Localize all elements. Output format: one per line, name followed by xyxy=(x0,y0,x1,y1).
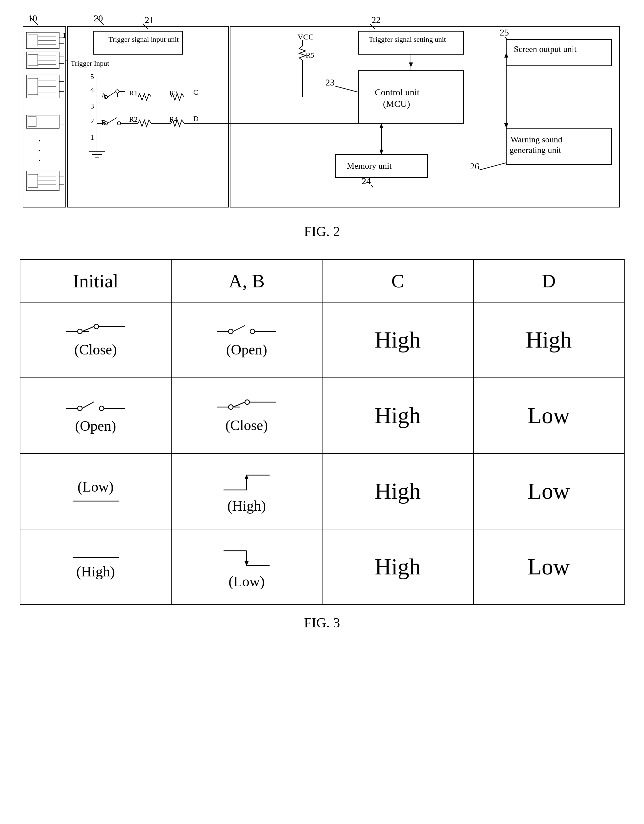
cell-c-3: High xyxy=(322,454,473,529)
data-table: Initial A, B C D xyxy=(20,259,625,605)
svg-text:2: 2 xyxy=(91,117,94,125)
svg-line-101 xyxy=(335,86,358,92)
svg-line-65 xyxy=(108,118,117,123)
cell-d-3: Low xyxy=(473,454,625,529)
svg-point-152 xyxy=(245,400,249,404)
svg-marker-128 xyxy=(504,123,508,128)
label-high-ab: (High) xyxy=(227,498,266,514)
svg-rect-35 xyxy=(28,174,38,188)
fig2-title: FIG. 2 xyxy=(20,224,624,239)
high-signal-svg xyxy=(69,554,122,561)
svg-text:23: 23 xyxy=(326,77,335,88)
svg-text:3: 3 xyxy=(91,102,94,110)
svg-marker-126 xyxy=(504,52,508,58)
table-row: (High) (Low) xyxy=(20,529,624,605)
cell-initial-3: (Low) xyxy=(20,454,171,529)
fig3-section: Initial A, B C D xyxy=(20,259,624,631)
cell-d-1: High xyxy=(473,302,625,378)
header-initial: Initial xyxy=(20,260,171,302)
svg-marker-112 xyxy=(380,150,383,155)
cell-initial-4: (High) xyxy=(20,529,171,605)
svg-text:VCC: VCC xyxy=(298,32,314,41)
svg-text:R1: R1 xyxy=(129,89,138,97)
svg-line-110 xyxy=(371,185,373,188)
svg-rect-14 xyxy=(28,55,38,66)
svg-marker-95 xyxy=(409,63,413,68)
value-c-2: High xyxy=(375,403,421,428)
label-open-initial: (Open) xyxy=(75,418,116,434)
svg-text:Trigger Input: Trigger Input xyxy=(71,59,109,68)
svg-text:C: C xyxy=(193,88,198,96)
svg-rect-25 xyxy=(26,115,59,128)
svg-point-149 xyxy=(229,405,233,409)
table-row: (Open) (Close) xyxy=(20,378,624,454)
svg-line-151 xyxy=(233,402,245,407)
svg-point-139 xyxy=(229,329,233,334)
svg-rect-7 xyxy=(28,35,38,46)
svg-text:Triggfer signal setting unit: Triggfer signal setting unit xyxy=(369,35,446,43)
svg-point-136 xyxy=(94,324,98,329)
svg-rect-28 xyxy=(28,117,36,127)
svg-text:22: 22 xyxy=(372,15,381,25)
switch-open-ab-svg xyxy=(214,322,280,339)
cell-c-2: High xyxy=(322,378,473,454)
cell-d-4: Low xyxy=(473,529,625,605)
svg-text:25: 25 xyxy=(500,27,509,37)
svg-point-141 xyxy=(250,329,255,334)
svg-point-56 xyxy=(116,90,119,93)
label-close-initial: (Close) xyxy=(74,341,117,358)
fig3-title: FIG. 3 xyxy=(20,615,624,631)
svg-text:24: 24 xyxy=(361,176,371,186)
svg-line-122 xyxy=(479,163,506,170)
svg-rect-21 xyxy=(28,78,38,95)
value-d-1: High xyxy=(526,327,572,352)
cell-d-2: Low xyxy=(473,378,625,454)
svg-text:B: B xyxy=(101,118,106,127)
table-row: (Low) xyxy=(20,454,624,529)
svg-text:Warning sound: Warning sound xyxy=(510,135,563,145)
svg-marker-113 xyxy=(380,123,383,128)
svg-text:generating unit: generating unit xyxy=(510,145,561,155)
switch-close-ab-svg xyxy=(214,398,280,414)
label-low-initial: (Low) xyxy=(78,478,114,495)
circuit-diagram-svg: 1 xyxy=(20,13,625,214)
value-c-1: High xyxy=(375,327,421,352)
value-c-4: High xyxy=(375,554,421,580)
value-c-3: High xyxy=(375,478,421,504)
svg-text:Trigger signal input unit: Trigger signal input unit xyxy=(109,35,179,43)
falling-edge-svg xyxy=(220,544,273,570)
cell-ab-2: (Close) xyxy=(171,378,323,454)
svg-text:Control unit: Control unit xyxy=(375,87,420,97)
svg-line-55 xyxy=(108,92,115,97)
switch-open-initial-svg xyxy=(63,397,129,415)
switch-close-initial-svg xyxy=(63,322,129,339)
svg-point-133 xyxy=(78,329,82,334)
cell-initial-2: (Open) xyxy=(20,378,171,454)
table-row: (Close) (Open) xyxy=(20,302,624,378)
svg-line-140 xyxy=(233,326,245,331)
header-d: D xyxy=(473,260,625,302)
cell-c-1: High xyxy=(322,302,473,378)
header-ab: A, B xyxy=(171,260,323,302)
cell-ab-1: (Open) xyxy=(171,302,323,378)
svg-text:1: 1 xyxy=(63,31,66,40)
low-signal-svg xyxy=(69,498,122,504)
svg-text:·: · xyxy=(38,154,41,167)
cell-c-4: High xyxy=(322,529,473,605)
svg-line-145 xyxy=(82,402,94,408)
svg-text:4: 4 xyxy=(91,86,94,94)
header-c: C xyxy=(322,260,473,302)
svg-text:(MCU): (MCU) xyxy=(383,98,410,109)
cell-initial-1: (Close) xyxy=(20,302,171,378)
rising-edge-svg xyxy=(220,469,273,495)
value-d-3: Low xyxy=(528,478,570,504)
svg-text:21: 21 xyxy=(144,15,154,25)
svg-text:1: 1 xyxy=(91,133,94,141)
svg-point-146 xyxy=(99,406,104,411)
label-close-ab: (Close) xyxy=(225,417,268,434)
svg-line-1 xyxy=(97,18,103,25)
svg-line-135 xyxy=(82,326,94,331)
value-d-2: Low xyxy=(528,403,570,428)
svg-text:Screen output unit: Screen output unit xyxy=(514,45,576,54)
label-low-ab: (Low) xyxy=(229,573,264,590)
